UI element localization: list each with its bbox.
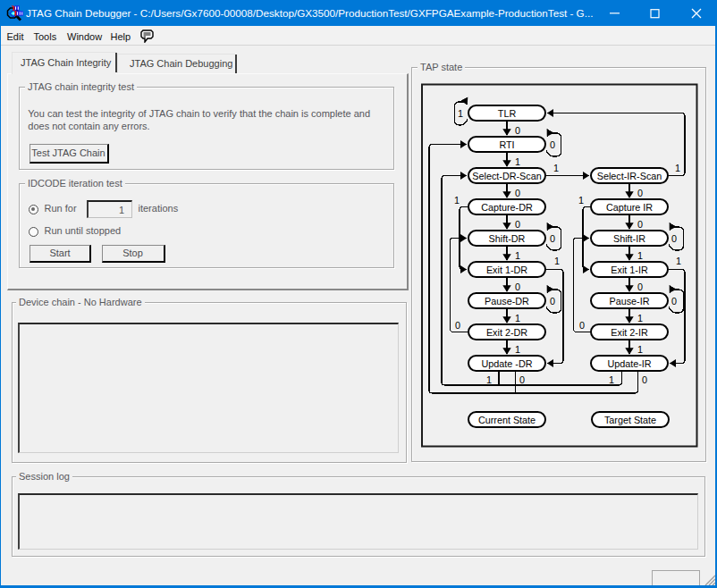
svg-text:1: 1 (515, 313, 520, 323)
svg-text:1: 1 (554, 256, 560, 266)
svg-text:0: 0 (637, 281, 643, 292)
svg-text:0: 0 (550, 233, 555, 244)
svg-text:0: 0 (579, 320, 585, 331)
svg-text:Exit 1-IR: Exit 1-IR (611, 265, 648, 275)
svg-text:0: 0 (515, 125, 520, 136)
svg-text:1: 1 (609, 374, 614, 385)
svg-text:TLR: TLR (498, 108, 517, 119)
svg-text:1: 1 (454, 195, 460, 206)
svg-text:0: 0 (637, 188, 643, 198)
svg-text:Target State: Target State (604, 415, 656, 425)
svg-text:Select-DR-Scan: Select-DR-Scan (472, 171, 541, 181)
svg-text:Exit 1-DR: Exit 1-DR (486, 265, 527, 275)
svg-text:0: 0 (519, 374, 525, 385)
svg-text:0: 0 (455, 320, 460, 331)
svg-text:Shift-IR: Shift-IR (613, 233, 645, 244)
svg-text:0: 0 (671, 296, 677, 307)
svg-text:0: 0 (637, 219, 643, 230)
svg-text:Pause-IR: Pause-IR (609, 296, 649, 307)
svg-text:0: 0 (550, 139, 555, 150)
svg-text:Shift-DR: Shift-DR (489, 233, 526, 244)
svg-text:Pause-DR: Pause-DR (485, 296, 529, 307)
svg-text:1: 1 (675, 163, 680, 173)
svg-text:1: 1 (637, 250, 643, 261)
svg-text:Update -DR: Update -DR (481, 358, 532, 369)
svg-text:Capture IR: Capture IR (606, 202, 653, 213)
svg-text:0: 0 (642, 374, 647, 385)
svg-text:RTI: RTI (499, 139, 514, 150)
svg-text:0: 0 (515, 219, 520, 230)
svg-text:Exit 2-IR: Exit 2-IR (611, 327, 648, 338)
svg-text:1: 1 (553, 163, 559, 173)
svg-text:0: 0 (515, 188, 520, 198)
svg-text:1: 1 (676, 256, 681, 266)
svg-text:0: 0 (671, 233, 677, 244)
svg-text:1: 1 (458, 108, 463, 119)
svg-text:0: 0 (515, 281, 520, 292)
svg-text:Update-IR: Update-IR (607, 358, 651, 369)
svg-text:Capture-DR: Capture-DR (481, 202, 533, 213)
svg-text:1: 1 (515, 156, 520, 167)
svg-text:1: 1 (486, 374, 492, 385)
svg-text:Exit 2-DR: Exit 2-DR (486, 327, 527, 338)
svg-text:Select-IR-Scan: Select-IR-Scan (597, 171, 662, 181)
svg-text:1: 1 (637, 313, 643, 323)
svg-text:1: 1 (637, 344, 643, 355)
svg-text:0: 0 (550, 296, 555, 307)
svg-text:1: 1 (515, 250, 520, 261)
svg-text:Current State: Current State (478, 415, 536, 425)
svg-text:1: 1 (578, 195, 584, 206)
svg-text:1: 1 (515, 344, 520, 355)
